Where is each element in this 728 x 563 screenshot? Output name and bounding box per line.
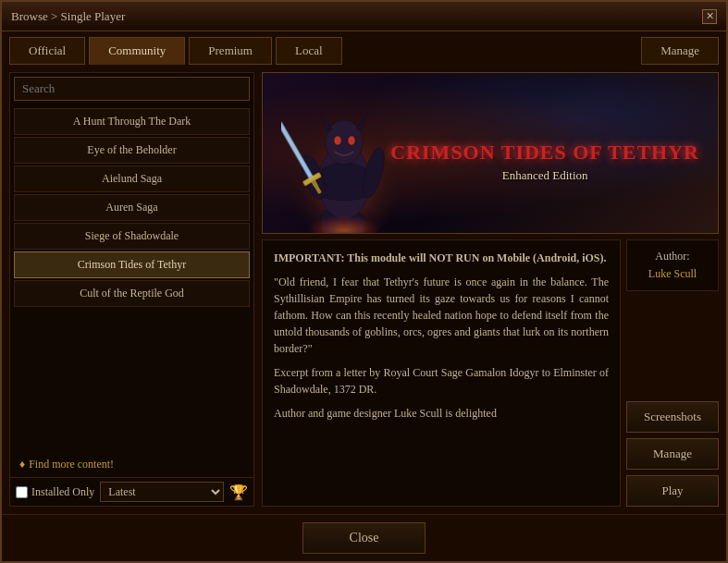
author-label: Author: [635, 250, 710, 263]
installed-only-label[interactable]: Installed Only [16, 485, 94, 499]
author-name: Luke Scull [635, 267, 710, 281]
module-list: A Hunt Through The Dark Eye of the Behol… [10, 104, 253, 452]
more-text: Author and game designer Luke Scull is d… [274, 405, 609, 422]
description-panel: IMPORTANT: This module will NOT RUN on M… [262, 239, 621, 507]
tab-community[interactable]: Community [89, 37, 185, 65]
tab-official[interactable]: Official [9, 37, 85, 65]
version-select[interactable]: Latest [100, 482, 224, 502]
module-title: CRIMSON TIDES OF TETHYR [390, 141, 699, 164]
excerpt-text: Excerpt from a letter by Royal Court Sag… [274, 364, 609, 398]
tab-premium[interactable]: Premium [189, 37, 272, 65]
module-subtitle: Enhanced Edition [390, 168, 699, 183]
warning-text: IMPORTANT: This module will NOT RUN on M… [274, 250, 609, 266]
module-item-hunt[interactable]: A Hunt Through The Dark [14, 108, 250, 135]
tab-local[interactable]: Local [276, 37, 342, 65]
content-row: IMPORTANT: This module will NOT RUN on M… [262, 239, 719, 507]
module-item-beholder[interactable]: Eye of the Beholder [14, 137, 250, 164]
bottom-bar: Close [2, 514, 726, 561]
module-item-reptile[interactable]: Cult of the Reptile God [14, 280, 250, 307]
left-panel: A Hunt Through The Dark Eye of the Behol… [9, 72, 254, 507]
find-more-link[interactable]: ♦ Find more content! [10, 452, 253, 477]
tab-manage[interactable]: Manage [641, 37, 719, 65]
action-panel: Author: Luke Scull Screenshots Manage Pl… [626, 239, 719, 507]
module-item-shadowdale[interactable]: Siege of Shadowdale [14, 223, 250, 250]
installed-only-checkbox[interactable] [16, 486, 28, 498]
main-window: Browse > Single Player ✕ Official Commun… [0, 0, 728, 563]
author-box: Author: Luke Scull [626, 239, 719, 291]
search-input[interactable] [14, 77, 250, 101]
module-item-aielund[interactable]: Aielund Saga [14, 165, 250, 192]
module-item-tethyr[interactable]: Crimson Tides of Tethyr [14, 251, 250, 278]
close-window-button[interactable]: ✕ [702, 9, 717, 24]
module-title-area: CRIMSON TIDES OF TETHYR Enhanced Edition [390, 123, 718, 182]
right-panel: CRIMSON TIDES OF TETHYR Enhanced Edition… [262, 72, 719, 507]
main-content: A Hunt Through The Dark Eye of the Behol… [2, 65, 726, 514]
module-banner: CRIMSON TIDES OF TETHYR Enhanced Edition [262, 72, 719, 234]
svg-point-7 [334, 136, 341, 145]
description-scroll[interactable]: IMPORTANT: This module will NOT RUN on M… [263, 240, 620, 506]
trophy-icon: 🏆 [229, 483, 248, 501]
module-item-auren[interactable]: Auren Saga [14, 194, 250, 221]
diamond-icon: ♦ [19, 458, 25, 471]
quote-text: "Old friend, I fear that Tethyr's future… [274, 274, 609, 357]
play-button[interactable]: Play [626, 475, 719, 507]
title-bar: Browse > Single Player ✕ [2, 2, 726, 31]
left-footer: Installed Only Latest 🏆 [10, 477, 253, 506]
close-button[interactable]: Close [302, 522, 426, 554]
breadcrumb: Browse > Single Player [11, 9, 125, 24]
screenshots-button[interactable]: Screenshots [626, 401, 719, 433]
manage-button[interactable]: Manage [626, 438, 719, 470]
tab-bar: Official Community Premium Local Manage [2, 31, 726, 65]
svg-point-8 [348, 136, 355, 145]
